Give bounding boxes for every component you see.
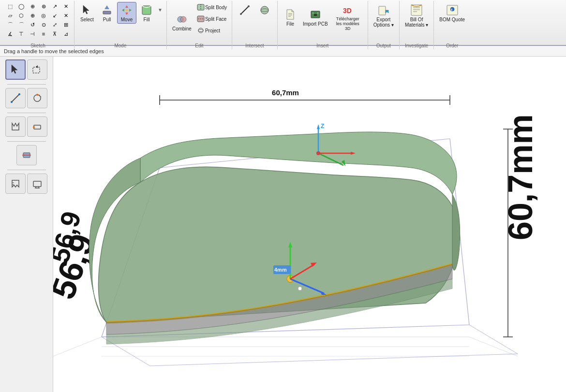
sk-icon-6[interactable]: ✕	[60, 2, 71, 11]
sk-icon-24[interactable]: ⊿	[60, 29, 71, 38]
free-select-button[interactable]	[5, 116, 26, 137]
move-button[interactable]: Move	[117, 2, 136, 24]
bom-quote-button[interactable]: $ BOM Quote	[437, 2, 467, 24]
lt-sep-4	[7, 170, 46, 170]
3d-viewport: 56,9 60,7mm 60,7mm	[53, 57, 566, 392]
sk-icon-14[interactable]: ⌒	[16, 20, 27, 29]
sk-icon-12[interactable]: ✕	[60, 11, 71, 20]
lt-group-2	[5, 88, 47, 108]
svg-point-6	[126, 9, 128, 12]
split-body-icon	[196, 3, 205, 12]
svg-line-71	[450, 139, 469, 325]
svg-rect-38	[33, 67, 40, 73]
lt-group-4	[16, 145, 37, 165]
svg-rect-29	[379, 6, 386, 15]
edge-select-button[interactable]	[27, 116, 47, 137]
sk-icon-9[interactable]: ⊕	[27, 11, 38, 20]
box-select-button[interactable]	[27, 59, 47, 80]
section-button[interactable]	[16, 145, 37, 165]
lt-group-5	[5, 174, 47, 194]
file-label: File	[286, 21, 294, 27]
sk-icon-16[interactable]: ⊙	[38, 20, 49, 29]
svg-marker-79	[351, 152, 356, 155]
bill-of-materials-icon	[410, 3, 423, 17]
line-tool[interactable]	[235, 2, 254, 18]
svg-marker-81	[342, 160, 345, 166]
svg-rect-91	[273, 265, 291, 274]
download-3d-icon: 3D	[341, 3, 355, 17]
svg-text:56,9: 56,9	[53, 229, 102, 304]
toolbar-group-output: ExportOptions ▾ Output	[368, 1, 400, 49]
sk-icon-22[interactable]: ≡	[38, 29, 49, 38]
sk-icon-21[interactable]: ⊣	[27, 29, 38, 38]
sk-icon-5[interactable]: ↗	[49, 2, 60, 11]
file-button[interactable]: File	[281, 6, 300, 28]
svg-text:3D: 3D	[343, 7, 352, 15]
lt-sep-3	[7, 141, 46, 142]
fill-label: Fill	[144, 17, 150, 22]
svg-point-45	[33, 126, 35, 128]
sphere-tool[interactable]	[255, 2, 274, 18]
svg-point-9	[180, 16, 186, 22]
lt-group-3	[5, 116, 47, 137]
svg-marker-5	[129, 9, 132, 12]
svg-line-73	[469, 325, 518, 354]
bill-of-materials-label: Bill OfMaterials ▾	[405, 17, 428, 28]
insert-items: File Import PCB 3D Télécharger les modèl…	[281, 2, 365, 40]
sk-icon-18[interactable]: ⊞	[60, 20, 71, 29]
combine-button[interactable]: Combine	[170, 11, 194, 33]
sk-icon-11[interactable]: ↙	[49, 11, 60, 20]
svg-text:Z: Z	[321, 123, 324, 130]
download-3d-label: Télécharger les modèles 3D	[333, 17, 362, 31]
bill-of-materials-button[interactable]: Bill OfMaterials ▾	[402, 2, 431, 29]
line-select-button[interactable]	[5, 88, 26, 108]
rotate-select-button[interactable]	[27, 88, 47, 108]
measure-button[interactable]	[5, 174, 26, 194]
split-face-button[interactable]: Split Face	[194, 14, 229, 24]
project-button[interactable]: Project	[194, 25, 229, 36]
svg-marker-85	[288, 242, 292, 247]
svg-line-16	[241, 6, 249, 14]
sk-icon-7[interactable]: ▱	[5, 11, 15, 20]
sketch-icons: ⬚ ◯ ⊕ ⊛ ↗ ✕ ▱ ⬡ ⊕ ◎ ↙ ✕ ⌒ ⌒ ↺ ⊙ ⤢ ⊞	[5, 2, 71, 45]
sk-icon-19[interactable]: ∡	[5, 29, 15, 38]
svg-point-41	[18, 93, 20, 95]
svg-marker-1	[104, 5, 109, 9]
arrow-select-button[interactable]	[5, 59, 26, 80]
sk-icon-4[interactable]: ⊛	[38, 2, 49, 11]
fill-button[interactable]: Fill	[137, 2, 156, 24]
sk-icon-2[interactable]: ◯	[16, 2, 27, 11]
toolbar-group-intersect: Intersect	[232, 1, 278, 49]
sk-icon-23[interactable]: ⊼	[49, 29, 60, 38]
sk-icon-15[interactable]: ↺	[27, 20, 38, 29]
sk-icon-1[interactable]: ⬚	[5, 2, 15, 11]
sk-icon-3[interactable]: ⊕	[27, 2, 38, 11]
split-body-button[interactable]: Split Body	[194, 2, 229, 13]
sketch-group-label: Sketch	[2, 43, 74, 48]
select-button[interactable]: Select	[77, 2, 97, 24]
pull-button[interactable]: Pull	[97, 2, 117, 24]
import-pcb-button[interactable]: Import PCB	[300, 6, 330, 28]
svg-point-26	[317, 13, 318, 14]
viewport-canvas: 56,9 60,7mm 60,7mm	[53, 57, 566, 392]
toolbar-group-insert: File Import PCB 3D Télécharger les modèl…	[278, 1, 368, 49]
svg-text:56,9: 56,9	[53, 208, 87, 266]
svg-point-15	[198, 29, 203, 32]
svg-line-72	[102, 337, 150, 366]
download-3d-button[interactable]: 3D Télécharger les modèles 3D	[331, 2, 365, 33]
svg-marker-87	[320, 291, 327, 295]
sk-icon-17[interactable]: ⤢	[49, 20, 60, 29]
sk-icon-13[interactable]: ⌒	[5, 20, 15, 29]
svg-text:60,7mm: 60,7mm	[502, 114, 539, 240]
svg-line-58	[469, 337, 518, 356]
sk-icon-10[interactable]: ◎	[38, 11, 49, 20]
sk-icon-8[interactable]: ⬡	[16, 11, 27, 20]
export-options-button[interactable]: ExportOptions ▾	[371, 2, 396, 29]
sk-icon-20[interactable]: ⊤	[16, 29, 27, 38]
svg-line-68	[160, 139, 450, 168]
display-button[interactable]	[27, 174, 47, 194]
svg-line-69	[102, 325, 469, 337]
svg-marker-76	[317, 124, 320, 129]
combine-label: Combine	[172, 26, 192, 31]
svg-line-88	[290, 264, 314, 279]
